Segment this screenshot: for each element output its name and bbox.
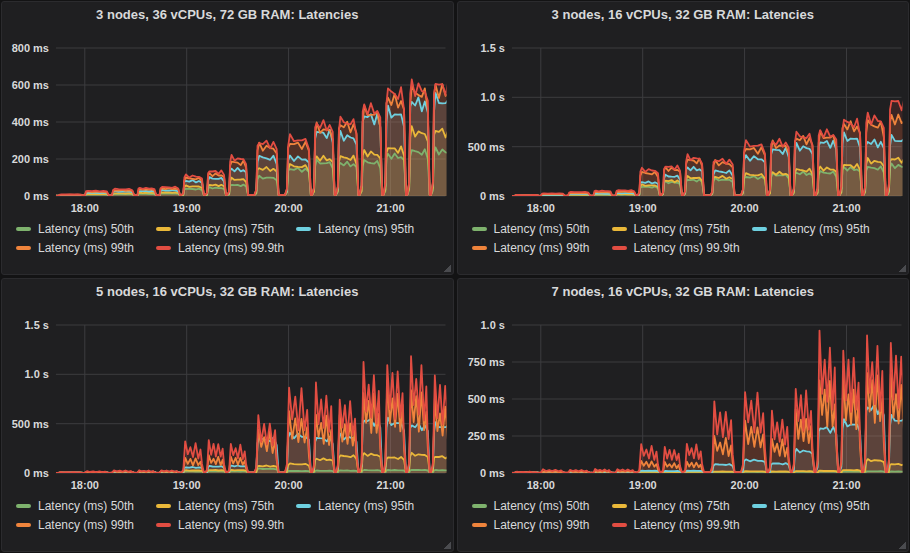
svg-text:20:00: 20:00 [730, 479, 758, 491]
svg-text:19:00: 19:00 [628, 202, 656, 214]
svg-text:21:00: 21:00 [376, 479, 404, 491]
legend-item-99-9th[interactable]: Latency (ms) 99.9th [612, 241, 740, 255]
svg-text:1.5 s: 1.5 s [480, 42, 504, 54]
legend-label: Latency (ms) 95th [774, 499, 870, 513]
series-swatch-icon [156, 246, 171, 250]
legend-item-50th[interactable]: Latency (ms) 50th [16, 222, 134, 236]
legend-label: Latency (ms) 75th [634, 499, 730, 513]
series-swatch-icon [16, 523, 31, 527]
panel-5nodes-16vcpus: 5 nodes, 16 vCPUs, 32 GB RAM: Latencies … [1, 278, 454, 552]
legend-item-95th[interactable]: Latency (ms) 95th [296, 499, 414, 513]
dashboard-grid: 3 nodes, 36 vCPUs, 72 GB RAM: Latencies … [0, 0, 910, 553]
svg-text:500 ms: 500 ms [467, 141, 504, 153]
latency-chart[interactable]: 800 ms600 ms400 ms200 ms0 ms18:0019:0020… [2, 28, 453, 218]
series-swatch-icon [612, 523, 627, 527]
panel-resize-grip[interactable] [443, 541, 451, 549]
svg-text:500 ms: 500 ms [467, 393, 504, 405]
series-swatch-icon [472, 246, 487, 250]
legend-label: Latency (ms) 99th [494, 518, 590, 532]
legend-label: Latency (ms) 50th [38, 499, 134, 513]
svg-text:250 ms: 250 ms [467, 430, 504, 442]
legend-item-95th[interactable]: Latency (ms) 95th [752, 222, 870, 236]
svg-text:0 ms: 0 ms [24, 467, 49, 479]
panel-3nodes-36vcpus: 3 nodes, 36 vCPUs, 72 GB RAM: Latencies … [1, 1, 454, 275]
series-swatch-icon [472, 227, 487, 231]
panel-title[interactable]: 5 nodes, 16 vCPUs, 32 GB RAM: Latencies [2, 279, 453, 305]
legend-label: Latency (ms) 95th [318, 222, 414, 236]
legend-item-50th[interactable]: Latency (ms) 50th [472, 499, 590, 513]
legend-item-75th[interactable]: Latency (ms) 75th [612, 222, 730, 236]
latency-chart[interactable]: 1.5 s1.0 s500 ms0 ms18:0019:0020:0021:00 [2, 305, 453, 495]
panel-7nodes-16vcpus: 7 nodes, 16 vCPUs, 32 GB RAM: Latencies … [457, 278, 910, 552]
legend-item-75th[interactable]: Latency (ms) 75th [156, 499, 274, 513]
series-swatch-icon [296, 227, 311, 231]
legend-row: Latency (ms) 50th Latency (ms) 75th Late… [472, 496, 909, 515]
legend-label: Latency (ms) 99th [38, 241, 134, 255]
svg-text:400 ms: 400 ms [12, 116, 49, 128]
series-swatch-icon [156, 227, 171, 231]
svg-text:20:00: 20:00 [730, 202, 758, 214]
latency-chart[interactable]: 1.5 s1.0 s500 ms0 ms18:0019:0020:0021:00 [458, 28, 909, 218]
legend-item-95th[interactable]: Latency (ms) 95th [296, 222, 414, 236]
svg-text:1.0 s: 1.0 s [480, 91, 504, 103]
series-swatch-icon [16, 227, 31, 231]
legend-label: Latency (ms) 99.9th [178, 241, 284, 255]
svg-text:0 ms: 0 ms [479, 190, 504, 202]
legend-item-99th[interactable]: Latency (ms) 99th [16, 241, 134, 255]
legend-row: Latency (ms) 50th Latency (ms) 75th Late… [16, 496, 453, 515]
latency-chart[interactable]: 1.0 s750 ms500 ms250 ms0 ms18:0019:0020:… [458, 305, 909, 495]
svg-text:20:00: 20:00 [275, 479, 303, 491]
legend-item-50th[interactable]: Latency (ms) 50th [16, 499, 134, 513]
legend-label: Latency (ms) 75th [634, 222, 730, 236]
svg-text:21:00: 21:00 [376, 202, 404, 214]
panel-3nodes-16vcpus: 3 nodes, 16 vCPUs, 32 GB RAM: Latencies … [457, 1, 910, 275]
svg-text:600 ms: 600 ms [12, 79, 49, 91]
svg-text:1.5 s: 1.5 s [25, 319, 49, 331]
legend-row: Latency (ms) 50th Latency (ms) 75th Late… [472, 219, 909, 238]
legend-label: Latency (ms) 99th [494, 241, 590, 255]
legend-row: Latency (ms) 50th Latency (ms) 75th Late… [16, 219, 453, 238]
panel-title[interactable]: 3 nodes, 36 vCPUs, 72 GB RAM: Latencies [2, 2, 453, 28]
legend-label: Latency (ms) 50th [38, 222, 134, 236]
legend-item-99th[interactable]: Latency (ms) 99th [472, 518, 590, 532]
panel-resize-grip[interactable] [898, 264, 906, 272]
legend-item-99-9th[interactable]: Latency (ms) 99.9th [612, 518, 740, 532]
svg-text:21:00: 21:00 [832, 479, 860, 491]
legend-label: Latency (ms) 50th [494, 499, 590, 513]
series-swatch-icon [472, 504, 487, 508]
legend-item-99-9th[interactable]: Latency (ms) 99.9th [156, 241, 284, 255]
legend: Latency (ms) 50th Latency (ms) 75th Late… [2, 495, 453, 534]
series-swatch-icon [296, 504, 311, 508]
svg-text:18:00: 18:00 [526, 479, 554, 491]
svg-text:19:00: 19:00 [628, 479, 656, 491]
legend-item-99th[interactable]: Latency (ms) 99th [16, 518, 134, 532]
legend-item-50th[interactable]: Latency (ms) 50th [472, 222, 590, 236]
panel-resize-grip[interactable] [898, 541, 906, 549]
legend-label: Latency (ms) 99.9th [178, 518, 284, 532]
svg-text:200 ms: 200 ms [12, 153, 49, 165]
legend: Latency (ms) 50th Latency (ms) 75th Late… [2, 218, 453, 257]
svg-text:1.0 s: 1.0 s [25, 368, 49, 380]
svg-text:19:00: 19:00 [173, 202, 201, 214]
svg-text:19:00: 19:00 [173, 479, 201, 491]
legend-label: Latency (ms) 99.9th [634, 518, 740, 532]
legend-label: Latency (ms) 50th [494, 222, 590, 236]
svg-text:0 ms: 0 ms [24, 190, 49, 202]
svg-text:750 ms: 750 ms [467, 356, 504, 368]
series-swatch-icon [612, 246, 627, 250]
svg-text:21:00: 21:00 [832, 202, 860, 214]
panel-title[interactable]: 3 nodes, 16 vCPUs, 32 GB RAM: Latencies [458, 2, 909, 28]
legend-item-99th[interactable]: Latency (ms) 99th [472, 241, 590, 255]
legend-row: Latency (ms) 99th Latency (ms) 99.9th [16, 515, 453, 534]
series-swatch-icon [752, 504, 767, 508]
series-swatch-icon [16, 246, 31, 250]
legend-item-95th[interactable]: Latency (ms) 95th [752, 499, 870, 513]
legend-row: Latency (ms) 99th Latency (ms) 99.9th [16, 238, 453, 257]
legend-item-75th[interactable]: Latency (ms) 75th [612, 499, 730, 513]
svg-text:800 ms: 800 ms [12, 42, 49, 54]
series-swatch-icon [612, 227, 627, 231]
legend-item-99-9th[interactable]: Latency (ms) 99.9th [156, 518, 284, 532]
panel-title[interactable]: 7 nodes, 16 vCPUs, 32 GB RAM: Latencies [458, 279, 909, 305]
panel-resize-grip[interactable] [443, 264, 451, 272]
legend-item-75th[interactable]: Latency (ms) 75th [156, 222, 274, 236]
